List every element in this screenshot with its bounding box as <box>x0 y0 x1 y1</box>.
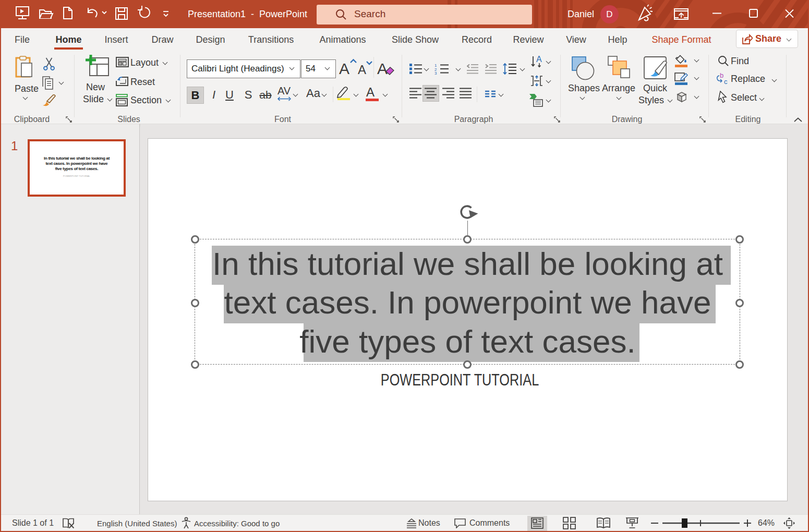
svg-text:A: A <box>358 63 366 77</box>
svg-text:A: A <box>339 60 349 77</box>
svg-text:3: 3 <box>434 71 437 75</box>
svg-text:b: b <box>720 72 723 79</box>
svg-text:c: c <box>724 78 728 85</box>
svg-text:A: A <box>377 60 388 77</box>
svg-text:A: A <box>536 56 542 64</box>
